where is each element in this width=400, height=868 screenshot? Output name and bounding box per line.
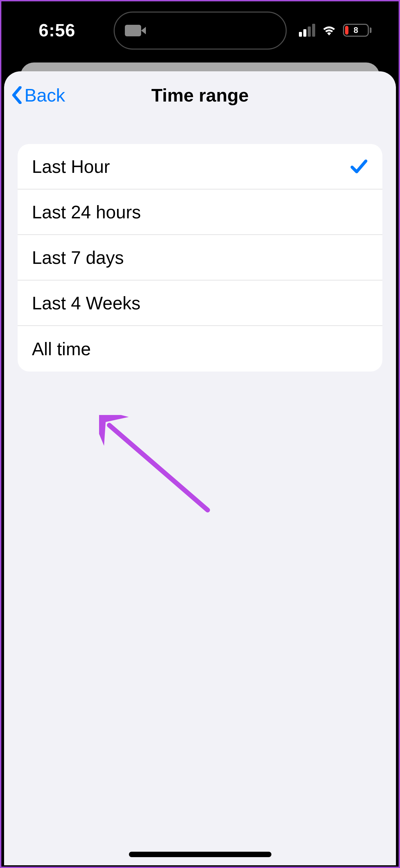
home-indicator[interactable] xyxy=(129,852,271,857)
battery-icon: 8 xyxy=(343,24,372,37)
option-label: Last Hour xyxy=(32,156,110,177)
option-last-hour[interactable]: Last Hour xyxy=(18,144,382,189)
modal-sheet: Back Time range Last Hour Last 24 hours … xyxy=(4,71,396,865)
battery-level: 8 xyxy=(344,25,368,36)
option-all-time[interactable]: All time xyxy=(18,326,382,372)
nav-bar: Back Time range xyxy=(4,71,396,119)
option-last-7-days[interactable]: Last 7 days xyxy=(18,235,382,281)
status-time: 6:56 xyxy=(39,20,75,40)
chevron-left-icon xyxy=(11,86,22,104)
svg-line-0 xyxy=(109,425,208,510)
option-label: Last 4 Weeks xyxy=(32,293,140,313)
back-label: Back xyxy=(24,85,65,106)
wifi-icon xyxy=(321,23,337,37)
option-label: All time xyxy=(32,339,91,359)
cellular-signal-icon xyxy=(299,24,315,37)
option-label: Last 7 days xyxy=(32,247,124,268)
annotation-arrow-icon xyxy=(99,415,218,517)
page-title: Time range xyxy=(151,85,249,106)
status-bar: 6:56 8 xyxy=(1,1,399,59)
time-range-list: Last Hour Last 24 hours Last 7 days Last… xyxy=(18,144,382,372)
option-label: Last 24 hours xyxy=(32,202,141,222)
status-right: 8 xyxy=(299,23,372,37)
option-last-24-hours[interactable]: Last 24 hours xyxy=(18,189,382,235)
checkmark-icon xyxy=(350,157,368,176)
back-button[interactable]: Back xyxy=(11,85,65,106)
dynamic-island[interactable] xyxy=(114,12,287,50)
video-camera-icon xyxy=(125,25,141,36)
option-last-4-weeks[interactable]: Last 4 Weeks xyxy=(18,281,382,326)
